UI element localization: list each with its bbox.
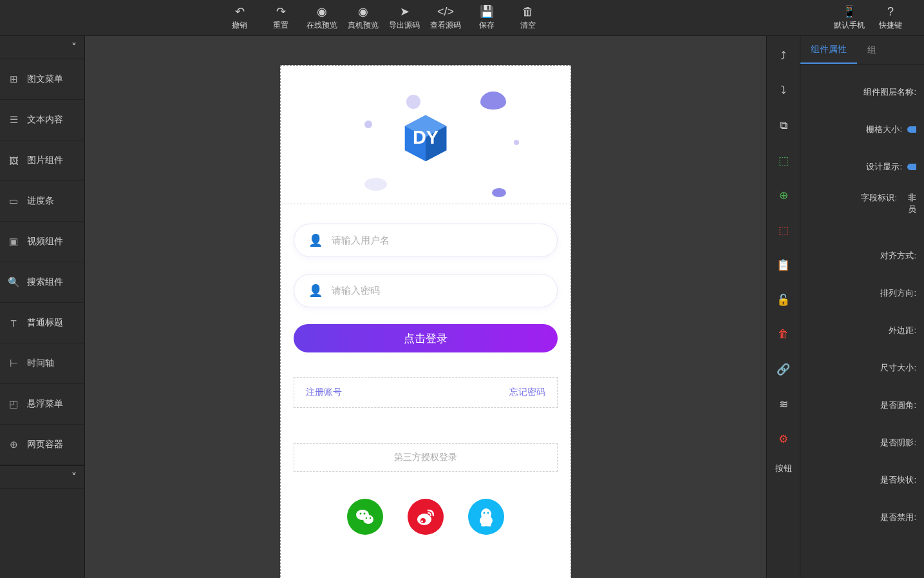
component-item[interactable]: ▭进度条 <box>0 181 84 222</box>
phone-preview[interactable]: DY 👤 请输入用户名 👤 请输入密码 点击登录 注册账号 忘记密码 第三方授权… <box>280 65 571 578</box>
login-button[interactable]: 点击登录 <box>294 324 558 352</box>
prop-design-display[interactable]: 设计显示 <box>808 148 916 186</box>
wechat-login-button[interactable] <box>347 499 383 535</box>
save-label: 保存 <box>479 20 495 31</box>
register-link[interactable]: 注册账号 <box>306 387 342 398</box>
component-item[interactable]: ▣视频组件 <box>0 222 84 262</box>
properties-tabs: 组件属性 组 <box>800 36 924 64</box>
component-item[interactable]: 🔍搜索组件 <box>0 262 84 303</box>
forgot-password-link[interactable]: 忘记密码 <box>509 387 545 398</box>
prop-block[interactable]: 是否块状 <box>808 461 916 499</box>
arrow-up-icon: ⤴ <box>780 50 786 63</box>
login-button-label: 点击登录 <box>404 331 448 346</box>
add-page-button[interactable]: ⊕ <box>773 184 795 206</box>
default-phone-button[interactable]: 📱 默认手机 <box>829 0 870 36</box>
prop-margin[interactable]: 外边距 <box>808 312 916 349</box>
settings-button[interactable]: ⚙ <box>773 428 795 450</box>
clear-button[interactable]: 🗑 清空 <box>507 0 549 36</box>
prop-shadow[interactable]: 是否阴影 <box>808 424 916 461</box>
puzzle-right-button[interactable]: ⬚ <box>773 219 795 241</box>
layers-icon: ≋ <box>779 398 788 411</box>
component-item[interactable]: ◰悬浮菜单 <box>0 384 84 425</box>
device-preview-button[interactable]: ◉ 真机预览 <box>343 0 384 36</box>
component-label: 普通标题 <box>27 317 63 329</box>
properties-panel: 组件属性 组 组件图层名称 栅格大小 设计显示 字段标识 非 员 对齐方式 排列… <box>800 36 924 578</box>
shortcuts-label: 快捷键 <box>879 20 902 31</box>
undo-button[interactable]: ↶ 撤销 <box>219 0 260 36</box>
component-sidebar: ˅ ⊞图文菜单☰文本内容🖼图片组件▭进度条▣视频组件🔍搜索组件T普通标题⊢时间轴… <box>0 36 85 578</box>
save-button[interactable]: 💾 保存 <box>466 0 507 36</box>
toggle-hint <box>907 164 916 170</box>
section-collapse-bottom[interactable]: ˅ <box>0 465 84 488</box>
slider-hint <box>907 126 916 133</box>
component-label: 进度条 <box>27 195 54 207</box>
clipboard-button[interactable]: 📋 <box>773 254 795 276</box>
phone-icon: 📱 <box>842 5 856 19</box>
property-rows: 组件图层名称 栅格大小 设计显示 字段标识 非 员 对齐方式 排列方向 外边距 … <box>800 64 924 545</box>
tab-group[interactable]: 组 <box>857 36 887 64</box>
svg-point-14 <box>480 515 493 526</box>
component-icon: 🖼 <box>8 155 19 166</box>
component-item[interactable]: 🖼图片组件 <box>0 140 84 181</box>
puzzle-left-button[interactable]: ⬚ <box>773 149 795 171</box>
copy-button[interactable]: ⧉ <box>773 115 795 137</box>
svg-point-7 <box>364 513 366 515</box>
prop-label: 外边距 <box>808 325 916 336</box>
user-icon: 👤 <box>308 233 323 247</box>
svg-point-18 <box>487 512 489 514</box>
prop-disabled[interactable]: 是否禁用 <box>808 499 916 536</box>
links-row: 注册账号 忘记密码 <box>294 377 558 408</box>
app-logo-diy: DY <box>399 111 453 166</box>
icon-strip: ⤴ ⤵ ⧉ ⬚ ⊕ ⬚ 📋 🔓 🗑 🔗 ≋ ⚙ 按钮 <box>767 36 800 578</box>
section-collapse-top[interactable]: ˅ <box>0 36 84 59</box>
prop-label: 对齐方式 <box>808 250 916 262</box>
puzzle-icon: ⬚ <box>778 154 789 168</box>
prop-rounded[interactable]: 是否圆角 <box>808 387 916 424</box>
component-item[interactable]: T普通标题 <box>0 303 84 343</box>
social-login-row <box>294 499 558 535</box>
svg-point-17 <box>484 512 486 514</box>
layers-button[interactable]: ≋ <box>773 393 795 415</box>
component-item[interactable]: ⊕网页容器 <box>0 425 84 465</box>
move-up-button[interactable]: ⤴ <box>773 45 795 67</box>
delete-button[interactable]: 🗑 <box>773 323 795 345</box>
move-down-button[interactable]: ⤵ <box>773 80 795 102</box>
prop-direction[interactable]: 排列方向 <box>808 275 916 312</box>
redo-icon: ↷ <box>276 5 286 19</box>
prop-alignment[interactable]: 对齐方式 <box>808 237 916 275</box>
clear-label: 清空 <box>520 20 536 31</box>
reset-button[interactable]: ↷ 重置 <box>260 0 301 36</box>
prop-grid-size[interactable]: 栅格大小 <box>808 111 916 148</box>
unlock-button[interactable]: 🔓 <box>773 289 795 311</box>
prop-label: 尺寸大小 <box>808 362 916 374</box>
component-label: 时间轴 <box>27 358 54 369</box>
component-item[interactable]: ⊞图文菜单 <box>0 59 84 100</box>
component-item[interactable]: ⊢时间轴 <box>0 343 84 384</box>
prop-size[interactable]: 尺寸大小 <box>808 349 916 387</box>
decor-blob <box>364 120 372 128</box>
save-icon: 💾 <box>480 5 494 19</box>
top-toolbar: ↶ 撤销 ↷ 重置 ◉ 在线预览 ◉ 真机预览 ➤ 导出源码 </> 查看源码 … <box>0 0 924 36</box>
export-source-button[interactable]: ➤ 导出源码 <box>384 0 425 36</box>
component-icon: 🔍 <box>8 276 19 288</box>
prop-layer-name[interactable]: 组件图层名称 <box>808 73 916 111</box>
username-input[interactable]: 👤 请输入用户名 <box>294 224 558 257</box>
component-icon: ▣ <box>8 236 19 247</box>
component-item[interactable]: ☰文本内容 <box>0 100 84 140</box>
component-icon: ◰ <box>8 398 19 410</box>
weibo-login-button[interactable] <box>408 499 444 535</box>
link-button[interactable]: 🔗 <box>773 358 795 380</box>
button-type-label[interactable]: 按钮 <box>775 463 792 474</box>
canvas-area[interactable]: DY 👤 请输入用户名 👤 请输入密码 点击登录 注册账号 忘记密码 第三方授权… <box>85 36 766 578</box>
password-input[interactable]: 👤 请输入密码 <box>294 274 558 307</box>
logo-section[interactable]: DY <box>281 66 570 204</box>
gear-icon: ⚙ <box>778 432 788 446</box>
prop-field-id[interactable]: 字段标识 非 员 <box>808 186 916 237</box>
qq-login-button[interactable] <box>468 499 504 535</box>
component-label: 悬浮菜单 <box>27 398 63 410</box>
tab-component-props[interactable]: 组件属性 <box>800 36 857 64</box>
view-source-button[interactable]: </> 查看源码 <box>425 0 466 36</box>
shortcuts-button[interactable]: ? 快捷键 <box>870 0 911 36</box>
online-preview-button[interactable]: ◉ 在线预览 <box>301 0 343 36</box>
puzzle-icon: ⬚ <box>778 224 789 237</box>
